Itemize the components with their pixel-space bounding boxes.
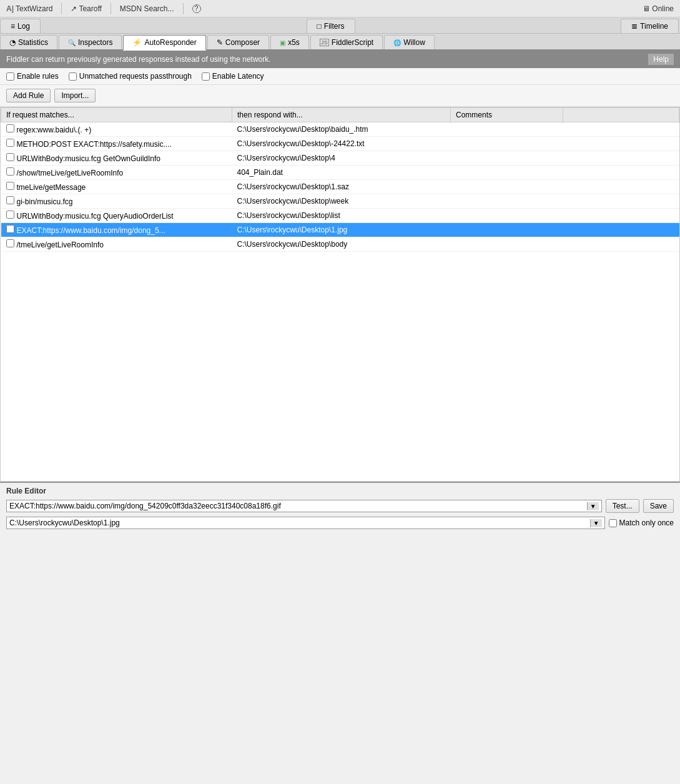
enable-rules-label: Enable rules — [17, 72, 59, 81]
button-bar: Add Rule Import... — [0, 85, 680, 107]
test-button[interactable]: Test... — [606, 499, 639, 513]
tab-filters[interactable]: □ Filters — [307, 19, 355, 33]
col-header-respond[interactable]: then respond with... — [232, 108, 451, 122]
autoresponder-icon: ⚡ — [132, 38, 142, 47]
unmatched-label: Unmatched requests passthrough — [79, 72, 192, 81]
cell-match-text: URLWithBody:musicu.fcg QueryAudioOrderLi… — [17, 212, 174, 221]
row-checkbox[interactable] — [6, 196, 14, 204]
tab-inspectors[interactable]: 🔍 Inspectors — [59, 35, 122, 49]
tab-willow-label: Willow — [403, 38, 425, 47]
cell-comments — [451, 180, 563, 194]
help-button[interactable]: Help — [648, 54, 674, 65]
unmatched-option[interactable]: Unmatched requests passthrough — [69, 72, 192, 81]
cell-match-text: tmeLive/getMessage — [17, 183, 86, 192]
table-row[interactable]: /show/tmeLive/getLiveRoomInfo404_Plain.d… — [1, 166, 679, 180]
top-toolbar: A| TextWizard ↗ Tearoff MSDN Search... ?… — [0, 0, 680, 17]
tab-row-2: ◔ Statistics 🔍 Inspectors ⚡ AutoResponde… — [0, 34, 680, 51]
enable-latency-checkbox[interactable] — [202, 72, 210, 81]
help-circle-button[interactable]: ? — [190, 3, 204, 14]
cell-comments — [451, 151, 563, 166]
textwizard-button[interactable]: A| TextWizard — [4, 3, 55, 14]
info-message: Fiddler can return previously generated … — [6, 55, 271, 64]
tab-inspectors-label: Inspectors — [78, 38, 112, 47]
rule-field-1-input[interactable] — [9, 502, 587, 510]
cell-respond: C:\Users\rockycwu\Desktop\list — [232, 209, 451, 223]
cell-match: URLWithBody:musicu.fcg GetOwnGuildInfo — [1, 151, 232, 166]
row-checkbox[interactable] — [6, 182, 14, 190]
cell-comments — [451, 137, 563, 151]
row-checkbox[interactable] — [6, 153, 14, 161]
statistics-icon: ◔ — [9, 38, 16, 47]
table-row[interactable]: URLWithBody:musicu.fcg GetOwnGuildInfoC:… — [1, 151, 679, 166]
msdn-button[interactable]: MSDN Search... — [117, 3, 177, 14]
table-row[interactable]: EXACT:https://www.baidu.com/img/dong_5..… — [1, 223, 679, 237]
enable-latency-label: Enable Latency — [212, 72, 264, 81]
cell-respond: C:\Users\rockycwu\Desktop\1.jpg — [232, 223, 451, 237]
table-row[interactable]: gi-bin/musicu.fcgC:\Users\rockycwu\Deskt… — [1, 194, 679, 209]
cell-respond: 404_Plain.dat — [232, 166, 451, 180]
row-checkbox[interactable] — [6, 211, 14, 219]
tearoff-button[interactable]: ↗ Tearoff — [68, 3, 104, 14]
options-bar: Enable rules Unmatched requests passthro… — [0, 68, 680, 85]
tab-autoresponder[interactable]: ⚡ AutoResponder — [123, 35, 205, 51]
rules-table: If request matches... then respond with.… — [1, 107, 679, 252]
col-header-match[interactable]: If request matches... — [1, 108, 232, 122]
tab-log-label: Log — [17, 22, 30, 31]
enable-latency-option[interactable]: Enable Latency — [202, 72, 264, 81]
rule-field-1-container: ▼ — [6, 500, 602, 512]
cell-extra — [563, 137, 679, 151]
msdn-label: MSDN Search... — [120, 4, 174, 13]
rule-field-2-input[interactable] — [9, 519, 590, 527]
filters-icon: □ — [317, 22, 322, 31]
match-only-once-checkbox[interactable] — [609, 519, 617, 527]
rule-field-1-dropdown[interactable]: ▼ — [587, 502, 599, 510]
tearoff-icon: ↗ — [71, 4, 77, 13]
import-button[interactable]: Import... — [54, 89, 96, 102]
table-row[interactable]: regex:www.baidu\.(. +)C:\Users\rockycwu\… — [1, 122, 679, 137]
row-checkbox[interactable] — [6, 225, 14, 233]
tab-x5s[interactable]: ▣ x5s — [270, 35, 309, 49]
tab-composer[interactable]: ✎ Composer — [207, 35, 269, 49]
row-checkbox[interactable] — [6, 124, 14, 132]
row-checkbox[interactable] — [6, 167, 14, 176]
separator-3 — [183, 3, 184, 14]
col-header-extra — [563, 108, 679, 122]
tab-willow[interactable]: 🌐 Willow — [384, 35, 435, 49]
rule-editor-row-2: ▼ Match only once — [6, 517, 674, 529]
fiddlerscript-icon: JS — [320, 39, 329, 46]
tab-statistics[interactable]: ◔ Statistics — [0, 35, 57, 49]
cell-respond: C:\Users\rockycwu\Desktop\baidu_.htm — [232, 122, 451, 137]
rules-table-area: If request matches... then respond with.… — [0, 107, 680, 482]
tab-log[interactable]: ≡ Log — [0, 19, 41, 33]
info-bar: Fiddler can return previously generated … — [0, 51, 680, 68]
cell-respond: C:\Users\rockycwu\Desktop\1.saz — [232, 180, 451, 194]
table-row[interactable]: URLWithBody:musicu.fcg QueryAudioOrderLi… — [1, 209, 679, 223]
col-header-comments[interactable]: Comments — [451, 108, 563, 122]
cell-match: tmeLive/getMessage — [1, 180, 232, 194]
add-rule-button[interactable]: Add Rule — [6, 89, 51, 102]
cell-match-text: /show/tmeLive/getLiveRoomInfo — [17, 169, 124, 177]
enable-rules-option[interactable]: Enable rules — [6, 72, 59, 81]
cell-match: URLWithBody:musicu.fcg QueryAudioOrderLi… — [1, 209, 232, 223]
cell-match: METHOD:POST EXACT:https://safety.music..… — [1, 137, 232, 151]
cell-respond: C:\Users\rockycwu\Desktop\body — [232, 237, 451, 252]
table-row[interactable]: METHOD:POST EXACT:https://safety.music..… — [1, 137, 679, 151]
match-only-once-option[interactable]: Match only once — [609, 519, 674, 527]
unmatched-checkbox[interactable] — [69, 72, 77, 81]
rule-field-2-dropdown[interactable]: ▼ — [590, 519, 602, 527]
row-checkbox[interactable] — [6, 139, 14, 147]
tab-timeline[interactable]: ≣ Timeline — [621, 19, 679, 33]
enable-rules-checkbox[interactable] — [6, 72, 14, 81]
cell-match-text: METHOD:POST EXACT:https://safety.music..… — [17, 140, 172, 149]
cell-match-text: regex:www.baidu\.(. +) — [17, 126, 92, 134]
tab-fiddlerscript[interactable]: JS FiddlerScript — [310, 35, 383, 49]
cell-match: regex:www.baidu\.(. +) — [1, 122, 232, 137]
separator-1 — [61, 3, 62, 14]
cell-extra — [563, 151, 679, 166]
cell-match: /show/tmeLive/getLiveRoomInfo — [1, 166, 232, 180]
table-row[interactable]: /tmeLive/getLiveRoomInfoC:\Users\rockycw… — [1, 237, 679, 252]
row-checkbox[interactable] — [6, 239, 14, 247]
online-button[interactable]: 🖥 Online — [640, 3, 676, 14]
save-button[interactable]: Save — [643, 499, 674, 513]
table-row[interactable]: tmeLive/getMessageC:\Users\rockycwu\Desk… — [1, 180, 679, 194]
